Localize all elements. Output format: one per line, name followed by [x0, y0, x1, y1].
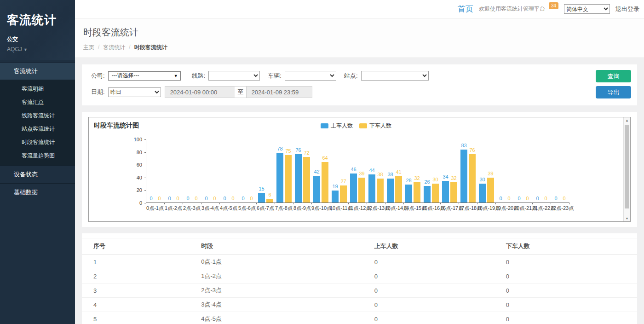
table-cell: 0 — [363, 255, 494, 269]
table-cell: 0 — [494, 312, 637, 324]
bar-value-label: 75 — [283, 148, 293, 154]
bar-alighting — [395, 176, 402, 202]
company-select[interactable]: ---请选择--- ▼ — [108, 71, 181, 81]
y-tick-label: 0 — [139, 200, 142, 206]
sidebar-section-1[interactable]: 基础数据 — [0, 183, 75, 201]
line-select[interactable] — [208, 71, 260, 81]
x-tick-mark — [201, 202, 201, 204]
x-axis-label: 21点-22点 — [532, 205, 551, 212]
chart-category: 3039 — [477, 139, 496, 202]
x-axis-label: 20点-21点 — [514, 205, 532, 212]
breadcrumb: 主页/客流统计/时段客流统计 — [83, 44, 644, 52]
bar-value-label: 38 — [375, 172, 385, 177]
title-section: 时段客流统计 主页/客流统计/时段客流统计 — [75, 18, 644, 58]
legend-item-0[interactable]: 上车人数 — [321, 122, 353, 130]
chart-category: 3432 — [441, 139, 459, 202]
bar-value-label: 19 — [330, 184, 340, 189]
language-select[interactable]: 简体中文 — [564, 4, 610, 14]
main-area: 首页 欢迎使用客流统计管理平台 34 简体中文 退出登录 时段客流统计 主页/客… — [75, 0, 644, 324]
chart-category: 7672 — [293, 139, 312, 202]
breadcrumb-item-1[interactable]: 客流统计 — [103, 44, 125, 52]
table-cell: 2点-3点 — [190, 284, 363, 298]
breadcrumb-separator: / — [129, 44, 130, 52]
x-axis-label: 18点-19点 — [477, 205, 495, 212]
x-tick-mark — [459, 202, 459, 204]
line-label: 线路: — [192, 72, 206, 80]
bar-value-label: 32 — [449, 175, 459, 181]
table-row: 32点-3点00 — [82, 284, 637, 298]
table-header-2: 上车人数 — [363, 238, 494, 255]
sidebar-submenu: 客流明细客流汇总线路客流统计站点客流统计时段客流统计客流量趋势图 — [0, 80, 75, 165]
x-tick-mark — [164, 202, 165, 204]
sidebar-item-0[interactable]: 客流明细 — [0, 82, 75, 96]
query-button[interactable]: 查询 — [596, 70, 631, 82]
chart-box: 时段车流统计图 上车人数下车人数 02040608010000000000000… — [88, 117, 631, 222]
x-tick-mark — [569, 202, 569, 204]
scroll-up-icon[interactable]: ▲ — [624, 119, 630, 122]
legend-label: 上车人数 — [331, 122, 353, 130]
breadcrumb-item-0[interactable]: 主页 — [83, 44, 94, 52]
org-selector[interactable]: AQGJ ▼ — [7, 46, 69, 52]
bar-value-label: 0 — [173, 196, 183, 201]
company-label: 公司: — [91, 72, 105, 80]
sidebar-section-passenger-stats[interactable]: 客流统计 — [0, 63, 75, 80]
bar-value-label: 0 — [523, 196, 532, 201]
station-select[interactable] — [361, 71, 429, 81]
chart-category: 156 — [257, 139, 275, 202]
home-link[interactable]: 首页 — [458, 4, 473, 14]
chart-category: 2630 — [422, 139, 441, 202]
notification-badge: 34 — [549, 2, 558, 9]
bar-boarding — [368, 174, 375, 202]
bar-value-label: 0 — [247, 196, 256, 201]
chart-category: 00 — [183, 139, 201, 202]
chart-category: 3841 — [385, 139, 404, 202]
x-tick-mark — [440, 202, 441, 204]
chart-category: 00 — [146, 139, 165, 202]
stats-table: 序号时段上车人数下车人数 10点-1点0021点-2点0032点-3点0043点… — [82, 238, 637, 324]
bar-value-label: 6 — [265, 192, 275, 197]
sidebar-item-4[interactable]: 时段客流统计 — [0, 136, 75, 149]
chart-scrollbar[interactable]: ▲ ▼ — [623, 117, 630, 221]
date-preset-select[interactable]: 昨日 — [108, 87, 161, 97]
x-axis-label: 4点-5点 — [219, 205, 238, 212]
filter-row-2: 日期: 昨日 至 — [91, 86, 629, 98]
table-cell: 0 — [363, 312, 494, 324]
sidebar-item-1[interactable]: 客流汇总 — [0, 96, 75, 109]
vehicle-select[interactable] — [285, 71, 336, 81]
sidebar-item-2[interactable]: 线路客流统计 — [0, 109, 75, 122]
x-tick-mark — [367, 202, 367, 204]
x-axis-label: 19点-20点 — [495, 205, 514, 212]
legend-swatch-icon — [359, 123, 367, 128]
x-tick-mark — [477, 202, 477, 204]
y-tick-label: 20 — [137, 187, 142, 193]
chart-category: 00 — [220, 139, 238, 202]
x-tick-mark — [330, 202, 330, 204]
chart-category: 8376 — [459, 139, 477, 202]
table-row: 10点-1点00 — [82, 255, 637, 269]
scroll-down-icon[interactable]: ▼ — [624, 217, 630, 220]
table-cell: 3 — [82, 284, 190, 298]
date-to-input[interactable] — [246, 86, 312, 98]
chart-category: 00 — [533, 139, 551, 202]
dropdown-arrow-icon: ▼ — [174, 74, 178, 78]
scrollbar-thumb[interactable] — [625, 125, 629, 208]
welcome-text: 欢迎使用客流统计管理平台 — [479, 5, 545, 13]
bar-boarding — [258, 193, 265, 202]
chart-x-labels: 0点-1点1点-2点2点-3点3点-4点4点-5点5点-6点6点-7点7点-8点… — [146, 205, 569, 211]
table-cell: 1 — [82, 255, 190, 269]
table-cell: 1点-2点 — [190, 269, 363, 284]
date-from-input[interactable] — [165, 86, 235, 98]
x-tick-mark — [514, 202, 514, 204]
bar-alighting — [285, 155, 292, 203]
bar-value-label: 0 — [541, 196, 551, 201]
bar-boarding — [442, 181, 449, 202]
sidebar-item-3[interactable]: 站点客流统计 — [0, 122, 75, 136]
sidebar-section-0[interactable]: 设备状态 — [0, 165, 75, 183]
export-button[interactable]: 导出 — [596, 86, 631, 98]
chart-category: 00 — [165, 139, 183, 202]
x-tick-mark — [256, 202, 257, 204]
logout-link[interactable]: 退出登录 — [615, 5, 639, 13]
sidebar-item-5[interactable]: 客流量趋势图 — [0, 149, 75, 162]
legend-item-1[interactable]: 下车人数 — [359, 122, 391, 130]
table-cell: 0 — [494, 269, 637, 284]
